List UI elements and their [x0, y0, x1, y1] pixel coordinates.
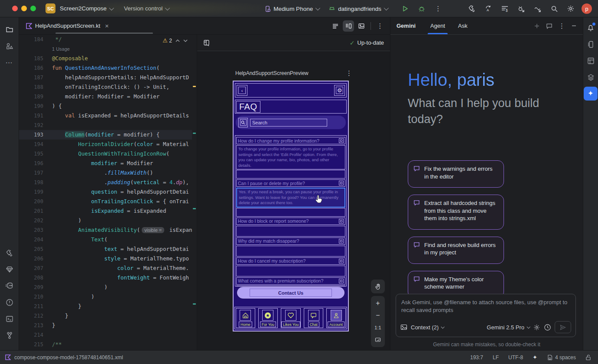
- zoom-out-button[interactable]: −: [371, 310, 385, 321]
- code-line[interactable]: 214: [19, 330, 192, 340]
- settings-gear-icon[interactable]: [565, 3, 577, 15]
- indent-selector[interactable]: 4 spaces: [547, 354, 576, 361]
- code-line[interactable]: 190) {: [19, 101, 192, 111]
- next-issue-icon[interactable]: [183, 39, 188, 42]
- gradle-sync-icon[interactable]: [532, 3, 544, 15]
- debug-button[interactable]: [416, 3, 428, 15]
- faq-question-row[interactable]: How do I block or report someone?: [236, 218, 345, 225]
- send-button[interactable]: [555, 321, 571, 333]
- suggestion-card[interactable]: Extract all hardcoded strings from this …: [408, 195, 504, 230]
- build-tool-icon[interactable]: [3, 246, 16, 260]
- code-line[interactable]: 202 ): [19, 216, 192, 225]
- tab-agent[interactable]: Agent: [428, 17, 448, 34]
- nav-item-likes-you[interactable]: Likes You: [281, 308, 301, 328]
- attach-image-icon[interactable]: [400, 324, 407, 331]
- code-line[interactable]: 199 question = helpAndSupportDetai: [19, 187, 192, 197]
- gemini-input-box[interactable]: Ask Gemini, use @filename to attach sour…: [396, 294, 576, 337]
- code-line[interactable]: 203 AnimatedVisibility(visible = isExpan: [19, 225, 192, 235]
- close-tab-icon[interactable]: ×: [105, 22, 109, 29]
- expand-toggle-icon[interactable]: [339, 239, 344, 244]
- faq-answer[interactable]: To change your profile information, go t…: [236, 145, 345, 169]
- hide-panel-icon[interactable]: [571, 23, 577, 29]
- inspections-widget[interactable]: ⚠ 2: [161, 36, 189, 45]
- zoom-in-button[interactable]: +: [371, 298, 385, 309]
- settings-button[interactable]: ⚙: [334, 85, 345, 96]
- code-line[interactable]: 196 modifier = Modifier: [19, 159, 192, 168]
- encoding-selector[interactable]: UTF-8: [508, 354, 523, 361]
- code-line[interactable]: 205 text = helpAndSupportDetai: [19, 244, 192, 254]
- history-clock-icon[interactable]: [544, 324, 551, 331]
- faq-question-row[interactable]: Can I pause or delete my profile?: [236, 179, 345, 187]
- gemini-status-icon[interactable]: ✦: [533, 354, 537, 361]
- preview-composable-title[interactable]: HelpAndSupportScreenPreview: [235, 70, 309, 76]
- close-window-button[interactable]: [12, 6, 18, 11]
- expand-toggle-icon[interactable]: [339, 259, 344, 263]
- search-bar[interactable]: Search: [236, 116, 346, 129]
- code-line[interactable]: 189 modifier: Modifier = Modifier: [19, 92, 192, 101]
- code-line[interactable]: 194 HorizontalDivider(color = Material: [19, 140, 192, 149]
- zoom-window-button[interactable]: [30, 6, 36, 11]
- context-selector[interactable]: Context (2): [411, 324, 444, 331]
- preview-layout-icon[interactable]: [203, 39, 210, 46]
- expand-toggle-icon[interactable]: [339, 138, 344, 143]
- layout-inspector-icon[interactable]: [584, 54, 598, 68]
- code-line[interactable]: 211 }: [19, 302, 192, 311]
- code-line[interactable]: 209 ): [19, 283, 192, 292]
- code-line[interactable]: 206 style = MaterialTheme.typo: [19, 254, 192, 263]
- tab-ask[interactable]: Ask: [455, 17, 470, 34]
- code-line[interactable]: 198 .padding(vertical = 4.dp),: [19, 178, 192, 187]
- pan-tool-button[interactable]: [371, 280, 385, 293]
- device-selector[interactable]: Medium Phone: [264, 6, 319, 12]
- code-line[interactable]: 197 .fillMaxWidth(): [19, 168, 192, 178]
- gemini-sidebar-button[interactable]: [584, 87, 598, 101]
- minimize-window-button[interactable]: [21, 6, 27, 11]
- status-file-breadcrumb[interactable]: compose-compose-model-1758748140651.xml: [5, 354, 123, 361]
- code-line[interactable]: 215/**: [19, 340, 192, 349]
- nav-item-chat[interactable]: Chat: [304, 308, 323, 328]
- faq-question-row[interactable]: Why did my match disappear?: [236, 237, 345, 245]
- code-line[interactable]: 1 Usage: [19, 44, 192, 54]
- code-line[interactable]: 195 QuestionWithTrailingIconRow(: [19, 149, 192, 159]
- notifications-icon[interactable]: [584, 21, 598, 35]
- attach-debugger-icon[interactable]: [515, 3, 527, 15]
- prompt-settings-gear-icon[interactable]: [533, 324, 540, 331]
- expand-toggle-icon[interactable]: [339, 279, 344, 283]
- device-streaming-icon[interactable]: A: [482, 3, 494, 15]
- nav-item-home[interactable]: Home: [236, 308, 255, 328]
- build-hammer-icon[interactable]: [466, 3, 478, 15]
- profiler-icon[interactable]: [3, 279, 16, 293]
- version-control-icon[interactable]: [3, 328, 16, 342]
- phone-preview-canvas[interactable]: ‹ ⚙ FAQ Search How do I change my profil…: [233, 81, 349, 332]
- code-line[interactable]: 187 helpAndSupportDetails: HelpAndSuppor…: [19, 73, 192, 82]
- back-button[interactable]: ‹: [237, 85, 247, 96]
- vcs-selector[interactable]: Version control: [124, 5, 169, 12]
- code-line[interactable]: 204 Text(: [19, 235, 192, 244]
- top-app-bar[interactable]: ‹ ⚙: [235, 83, 347, 98]
- split-view-button[interactable]: [343, 20, 354, 32]
- problems-icon[interactable]: [3, 296, 16, 309]
- running-devices-icon[interactable]: [584, 37, 598, 51]
- tab-helpandsupportscreen[interactable]: HelpAndSupportScreen.kt ×: [19, 17, 113, 34]
- code-line[interactable]: 212 }: [19, 311, 192, 321]
- run-button[interactable]: [399, 3, 411, 15]
- faq-question-row[interactable]: What comes with a premium subscription?: [236, 277, 345, 285]
- resource-manager-icon[interactable]: [3, 39, 16, 53]
- code-line[interactable]: 188 onTrailingIconClick: () -> Unit,: [19, 82, 192, 92]
- more-actions-kebab[interactable]: ⋮: [432, 3, 444, 15]
- terminal-icon[interactable]: [3, 312, 16, 326]
- caret-position[interactable]: 193:7: [470, 354, 483, 361]
- preview-options-kebab[interactable]: ⋮: [346, 69, 352, 77]
- suggestion-card[interactable]: Find and resolve build errors in my proj…: [408, 237, 504, 264]
- editor-options-kebab[interactable]: ⋮: [374, 20, 386, 32]
- app-quality-insights-icon[interactable]: [3, 263, 16, 276]
- new-chat-icon[interactable]: [534, 23, 540, 29]
- file-lock-icon[interactable]: [585, 354, 591, 361]
- nav-item-for-you[interactable]: For You: [258, 308, 278, 328]
- code-editor[interactable]: 184 */1 Usage185@Composable186fun Questi…: [19, 35, 192, 350]
- code-line[interactable]: 200 onTrailingIconClick = { onTrai: [19, 197, 192, 206]
- search-everywhere-icon[interactable]: [548, 3, 560, 15]
- contact-us-button[interactable]: Contact Us: [237, 287, 344, 299]
- design-view-button[interactable]: [356, 20, 367, 32]
- code-view-button[interactable]: [330, 20, 341, 32]
- code-line[interactable]: 192: [19, 120, 192, 130]
